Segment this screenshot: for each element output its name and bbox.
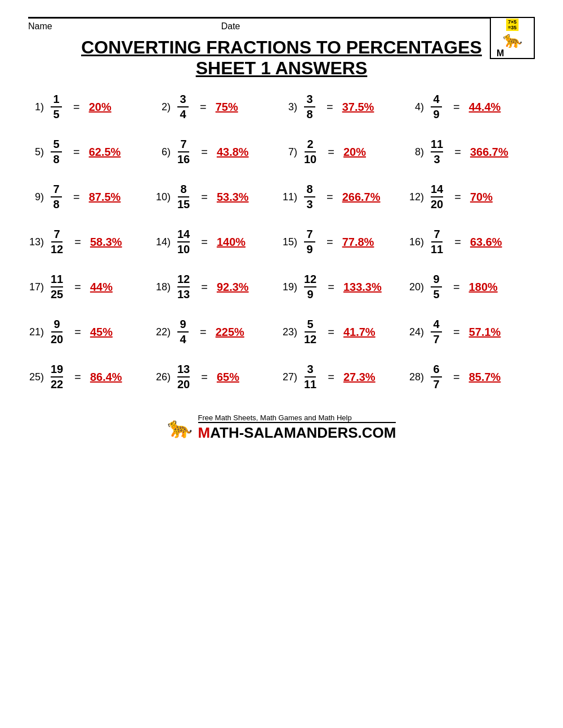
problem-number: 17) (28, 281, 44, 293)
logo-box: 7×5=35 🐆 M (490, 17, 535, 59)
numerator: 3 (304, 93, 315, 107)
problem-item: 12)1420=70% (408, 183, 535, 211)
answer: 58.3% (90, 236, 124, 249)
equals-sign: = (73, 101, 80, 114)
numerator: 5 (51, 138, 62, 152)
denominator: 11 (431, 242, 443, 256)
equals-sign: = (201, 371, 208, 384)
equals-sign: = (200, 101, 207, 114)
answer: 45% (90, 326, 124, 339)
numerator: 3 (305, 363, 316, 378)
problem-row: 17)1125=44%18)1213=92.3%19)129=133.3%20)… (28, 273, 535, 301)
answer: 92.3% (217, 281, 251, 294)
header: Name Date (28, 21, 535, 32)
math-tag: 7×5=35 (506, 19, 518, 31)
equals-sign: = (454, 236, 461, 249)
denominator: 16 (177, 152, 190, 166)
answer: 77.8% (342, 236, 376, 249)
denominator: 13 (177, 287, 190, 301)
answer: 85.7% (469, 371, 503, 384)
problem-item: 13)712=58.3% (28, 228, 155, 256)
equals-sign: = (201, 281, 208, 294)
answer: 70% (470, 191, 504, 204)
numerator: 11 (431, 138, 443, 152)
denominator: 20 (51, 332, 63, 346)
denominator: 10 (177, 242, 190, 256)
problem-number: 8) (408, 146, 424, 158)
problem-number: 20) (408, 281, 424, 293)
fraction: 1410 (177, 228, 190, 256)
problem-number: 4) (408, 101, 424, 113)
problem-number: 5) (28, 146, 44, 158)
problem-number: 25) (28, 371, 44, 383)
problem-item: 10)815=53.3% (155, 183, 282, 211)
equals-sign: = (454, 146, 461, 159)
numerator: 4 (431, 93, 442, 107)
answer: 180% (469, 281, 503, 294)
problem-item: 14)1410=140% (155, 228, 282, 256)
equals-sign: = (200, 326, 207, 339)
fraction: 49 (431, 93, 442, 121)
problem-item: 6)716=43.8% (155, 138, 282, 166)
problem-number: 19) (282, 281, 297, 293)
problem-item: 19)129=133.3% (282, 273, 408, 301)
problem-number: 11) (282, 191, 297, 203)
fraction: 15 (51, 93, 62, 121)
problem-item: 5)58=62.5% (28, 138, 155, 166)
answer: 57.1% (469, 326, 503, 339)
numerator: 3 (177, 93, 189, 107)
answer: 62.5% (89, 146, 123, 159)
answer: 41.7% (343, 326, 377, 339)
problem-item: 8)113=366.7% (408, 138, 535, 166)
numerator: 13 (177, 363, 190, 378)
equals-sign: = (328, 146, 334, 159)
denominator: 5 (51, 107, 62, 121)
problem-item: 16)711=63.6% (408, 228, 535, 256)
denominator: 4 (177, 332, 189, 346)
equals-sign: = (201, 146, 208, 159)
numerator: 14 (431, 183, 443, 197)
problem-number: 3) (282, 101, 297, 113)
equals-sign: = (453, 326, 460, 339)
denominator: 10 (304, 152, 316, 166)
denominator: 12 (51, 242, 63, 256)
fraction: 1420 (431, 183, 443, 211)
answer: 53.3% (217, 191, 251, 204)
sub-title: SHEET 1 ANSWERS (28, 58, 535, 79)
fraction: 79 (304, 228, 315, 256)
equals-sign: = (201, 236, 208, 249)
problem-number: 18) (155, 281, 171, 293)
problem-item: 27)311=27.3% (282, 363, 408, 391)
denominator: 3 (431, 152, 443, 166)
problem-number: 7) (282, 146, 297, 158)
answer: 27.3% (343, 371, 377, 384)
fraction: 113 (431, 138, 443, 166)
equals-sign: = (328, 326, 334, 339)
equals-sign: = (453, 101, 460, 114)
problem-row: 13)712=58.3%14)1410=140%15)79=77.8%16)71… (28, 228, 535, 256)
numerator: 7 (51, 183, 62, 197)
equals-sign: = (453, 371, 460, 384)
problem-item: 2)34=75% (155, 93, 282, 121)
date-label: Date (221, 21, 240, 32)
answer: 43.8% (217, 146, 251, 159)
numerator: 7 (431, 228, 443, 242)
answer: 63.6% (470, 236, 504, 249)
problem-number: 9) (28, 191, 44, 203)
numerator: 14 (177, 228, 190, 242)
equals-sign: = (73, 191, 80, 204)
fraction: 1125 (51, 273, 63, 301)
problem-number: 21) (28, 326, 44, 338)
answer: 225% (216, 326, 249, 339)
fraction: 311 (304, 363, 316, 391)
problem-row: 9)78=87.5%10)815=53.3%11)83=266.7%12)142… (28, 183, 535, 211)
answer: 44.4% (469, 101, 503, 114)
problem-number: 27) (282, 371, 297, 383)
problem-row: 21)920=45%22)94=225%23)512=41.7%24)47=57… (28, 318, 535, 346)
fraction: 210 (304, 138, 316, 166)
problem-number: 16) (408, 236, 424, 248)
problem-item: 28)67=85.7% (408, 363, 535, 391)
problem-row: 25)1922=86.4%26)1320=65%27)311=27.3%28)6… (28, 363, 535, 391)
equals-sign: = (454, 191, 461, 204)
footer-text-block: Free Math Sheets, Math Games and Math He… (198, 414, 396, 442)
